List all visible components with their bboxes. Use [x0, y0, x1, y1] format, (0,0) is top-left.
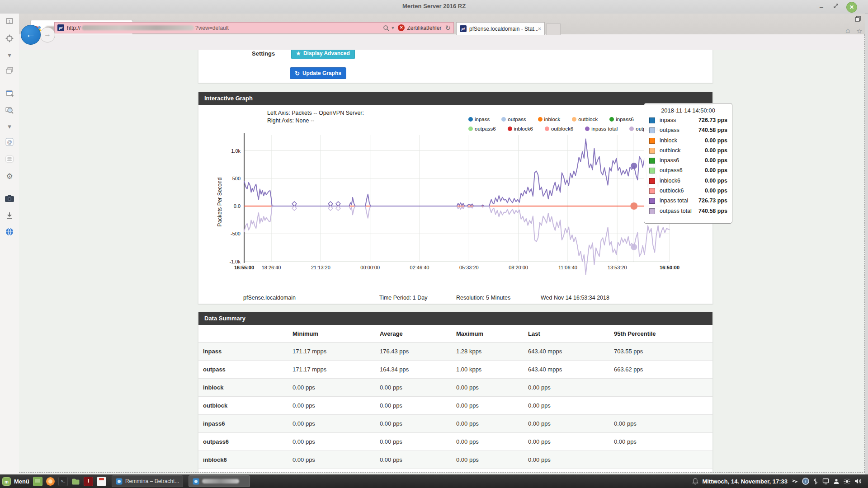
user-icon[interactable]: [833, 478, 840, 484]
brightness-icon[interactable]: [844, 478, 850, 485]
row-value: 0.00 pps: [613, 415, 712, 433]
svg-text:18:26:40: 18:26:40: [262, 265, 281, 270]
table-header-blank: [198, 325, 292, 343]
star-icon: ★: [296, 51, 301, 56]
svg-text:1: 1: [9, 19, 11, 23]
address-bar[interactable]: pf http:// ?view=default ▼ ✕ Zertifikatf…: [54, 22, 454, 33]
footer-resolution: Resolution: 5 Minutes: [456, 295, 510, 301]
table-row-inpass: inpass171.17 mpps176.43 pps1.28 kpps643.…: [198, 343, 712, 361]
tooltip-row-outpass-total: outpass total740.58 pps: [644, 206, 732, 216]
tab-close-icon[interactable]: ×: [538, 26, 541, 32]
new-tab-button[interactable]: [546, 23, 561, 35]
remmina-toolbar: 1 ▾ ▾ @ ⚙: [0, 14, 19, 474]
graph-body: Left Axis: Packets -- OpenVPN Server: Ri…: [198, 105, 712, 304]
tooltip-row-outblock6: outblock60.00 pps: [644, 186, 732, 196]
footer-host: pfSense.localdomain: [243, 295, 296, 301]
table-header-Average: Average: [379, 325, 456, 343]
svg-text:13:53:20: 13:53:20: [608, 265, 627, 270]
forward-button[interactable]: →: [40, 27, 55, 42]
refresh-icon-small: ↻: [295, 70, 300, 77]
tooltip-row-inpass-total: inpass total726.73 pps: [644, 196, 732, 206]
fullscreen-toggle-icon[interactable]: 1: [4, 16, 15, 27]
minimize-to-tray-icon[interactable]: [4, 211, 15, 221]
svg-text:16:55:00: 16:55:00: [234, 265, 254, 270]
svg-text:1.0k: 1.0k: [231, 148, 241, 154]
taskbar-window-redacted[interactable]: [189, 475, 250, 487]
browser-tab[interactable]: pf pfSense.localdomain - Stat... ×: [456, 22, 545, 35]
notification-bell-icon[interactable]: [692, 478, 698, 485]
sync-status-icon[interactable]: [792, 478, 798, 484]
launcher-red-app-icon[interactable]: I: [84, 477, 93, 486]
update-graphs-button[interactable]: ↻ Update Graphs: [290, 67, 346, 79]
table-header-95th Percentile: 95th Percentile: [613, 325, 712, 343]
certificate-error-label: Zertifikatfehler: [407, 25, 441, 31]
menu-label: Menü: [14, 478, 29, 485]
volume-icon[interactable]: [854, 478, 862, 484]
traffic-graph[interactable]: 16:55:0018:26:4021:13:2000:00:0002:46:40…: [198, 105, 712, 286]
launcher-firefox-icon[interactable]: [46, 477, 55, 486]
table-header-Last: Last: [528, 325, 613, 343]
refresh-icon[interactable]: ↻: [445, 24, 451, 32]
scaled-mode-icon[interactable]: [4, 89, 15, 99]
search-dropdown-caret[interactable]: ▼: [391, 26, 395, 30]
interactive-graph-panel: Interactive Graph Left Axis: Packets -- …: [198, 92, 713, 304]
firewall-shield-icon[interactable]: i: [802, 478, 809, 485]
duplicate-connection-icon[interactable]: [4, 66, 15, 76]
row-value: 0.00 pps: [528, 451, 613, 469]
redacted-url: [82, 25, 194, 30]
launcher-desktop-icon[interactable]: [33, 477, 42, 486]
chevron-down-icon-2[interactable]: ▾: [4, 121, 15, 132]
ie-maximize-button[interactable]: [854, 15, 861, 24]
home-icon[interactable]: ⌂: [845, 26, 850, 35]
screenshot-camera-icon[interactable]: [4, 193, 15, 204]
magnifier-icon[interactable]: [4, 105, 15, 116]
row-value: 663.62 pps: [613, 361, 712, 379]
table-header-Maximum: Maximum: [456, 325, 528, 343]
svg-text:11:06:40: 11:06:40: [558, 265, 577, 270]
certificate-error-icon: ✕: [398, 24, 405, 31]
display-sync-icon[interactable]: [822, 478, 829, 484]
graph-tooltip: 2018-11-14 14:50:00 inpass726.73 ppsoutp…: [644, 103, 732, 224]
table-header-Minimum: Minimum: [292, 325, 379, 343]
pfsense-favicon: pf: [57, 24, 64, 31]
remote-desktop: ← → pf http:// ?view=default ▼ ✕ Zertifi…: [19, 14, 865, 474]
tooltip-swatch: [649, 158, 655, 164]
svg-text:@: @: [7, 139, 12, 145]
window-close-button[interactable]: ✕: [846, 2, 857, 13]
desktop-right-edge: [864, 34, 865, 473]
svg-text:-1.0k: -1.0k: [230, 259, 241, 264]
ie-minimize-button[interactable]: —: [833, 16, 840, 24]
window-minimize-button[interactable]: –: [816, 2, 826, 12]
row-value: 164.34 pps: [379, 361, 456, 379]
favorites-star-icon[interactable]: ☆: [856, 27, 862, 35]
svg-text:-500: -500: [231, 231, 241, 236]
chevron-down-icon[interactable]: ▾: [4, 50, 15, 61]
row-value: 0.00 pps: [292, 451, 379, 469]
back-button[interactable]: ←: [21, 25, 41, 45]
window-restore-button[interactable]: [831, 2, 841, 12]
launcher-files-icon[interactable]: [71, 477, 80, 486]
taskbar-window-remmina[interactable]: Remmina – Betracht...: [112, 475, 183, 487]
row-value: 171.17 mpps: [292, 343, 379, 361]
preferences-gear-icon[interactable]: ⚙: [4, 171, 15, 182]
launcher-white-app-icon[interactable]: [97, 477, 106, 486]
search-icon[interactable]: [383, 25, 389, 31]
row-label: outpass: [198, 361, 292, 379]
window-title: Merten Server 2016 RZ: [0, 3, 868, 9]
globe-icon[interactable]: [4, 227, 15, 238]
menu-button[interactable]: m Menü: [2, 477, 29, 486]
launcher-terminal-icon[interactable]: $_: [58, 477, 68, 486]
bluetooth-icon[interactable]: [813, 478, 818, 485]
row-value: 0.00 pps: [292, 433, 379, 451]
toggle-switch-icon[interactable]: [4, 154, 15, 165]
redacted-window-label: [202, 479, 239, 483]
fit-window-icon[interactable]: [4, 33, 15, 44]
tooltip-row-outblock: outblock0.00 pps: [644, 146, 732, 156]
keyboard-grab-icon[interactable]: @: [4, 137, 15, 148]
row-value: 0.00 pps: [528, 397, 613, 415]
remmina-icon: [116, 478, 123, 485]
display-advanced-button[interactable]: ★ Display Advanced: [291, 50, 355, 59]
taskbar-clock[interactable]: Mittwoch, 14. November, 17:33: [702, 478, 788, 485]
row-value: 0.00 pps: [528, 415, 613, 433]
row-value: 0.00 pps: [379, 415, 456, 433]
